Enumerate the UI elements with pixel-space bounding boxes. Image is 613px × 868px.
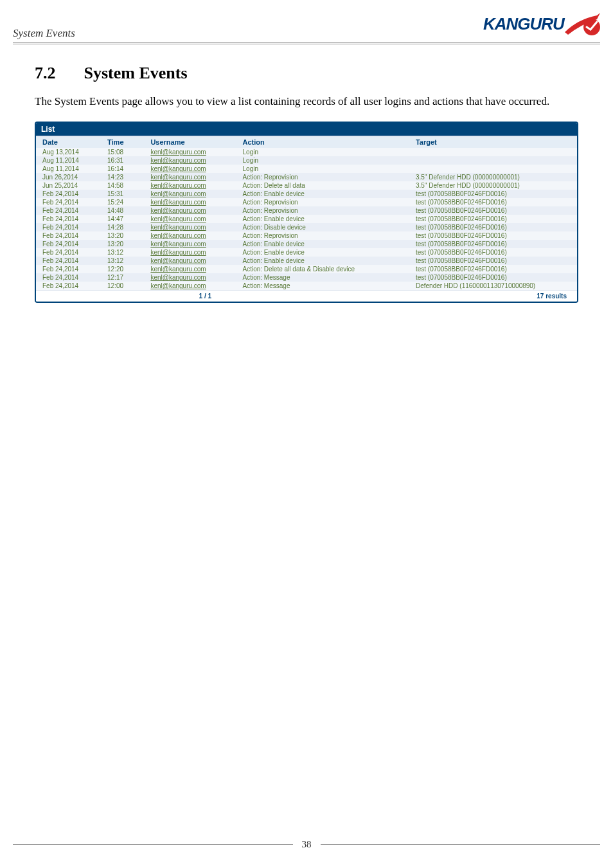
username-link[interactable]: kenl@kanguru.com — [150, 215, 206, 222]
cell-time: 14:48 — [101, 206, 144, 215]
cell-username: kenl@kanguru.com — [144, 148, 236, 156]
col-target[interactable]: Target — [409, 136, 577, 149]
cell-time: 12:20 — [101, 265, 144, 273]
page-number: 38 — [302, 839, 312, 850]
cell-time: 13:20 — [101, 240, 144, 248]
username-link[interactable]: kenl@kanguru.com — [150, 207, 206, 214]
cell-time: 12:17 — [101, 273, 144, 282]
cell-time: 13:12 — [101, 248, 144, 257]
cell-username: kenl@kanguru.com — [144, 282, 236, 290]
table-row: Aug 13,201415:08kenl@kanguru.comLogin — [36, 148, 577, 156]
table-row: Feb 24,201412:20kenl@kanguru.comAction: … — [36, 265, 577, 273]
table-row: Feb 24,201413:20kenl@kanguru.comAction: … — [36, 231, 577, 240]
username-link[interactable]: kenl@kanguru.com — [150, 266, 206, 273]
table-row: Feb 24,201414:48kenl@kanguru.comAction: … — [36, 206, 577, 215]
cell-date: Aug 11,2014 — [36, 156, 101, 165]
username-link[interactable]: kenl@kanguru.com — [150, 257, 206, 264]
cell-username: kenl@kanguru.com — [144, 215, 236, 223]
table-row: Feb 24,201414:28kenl@kanguru.comAction: … — [36, 223, 577, 231]
page-header: System Events KANGURU — [13, 13, 600, 44]
cell-action: Action: Enable device — [236, 215, 409, 223]
cell-action: Action: Enable device — [236, 190, 409, 198]
col-user[interactable]: Username — [144, 136, 236, 149]
cell-date: Feb 24,2014 — [36, 240, 101, 248]
cell-username: kenl@kanguru.com — [144, 240, 236, 248]
logo-text: KANGURU — [483, 14, 564, 34]
cell-action: Action: Disable device — [236, 223, 409, 231]
table-row: Feb 24,201413:12kenl@kanguru.comAction: … — [36, 248, 577, 257]
cell-target: test (070058BB0F0246FD0016) — [409, 240, 577, 248]
cell-target: test (070058BB0F0246FD0016) — [409, 273, 577, 282]
cell-date: Feb 24,2014 — [36, 273, 101, 282]
results-label: 17 results — [475, 293, 571, 300]
pager-label: 1 / 1 — [42, 293, 211, 300]
cell-date: Feb 24,2014 — [36, 206, 101, 215]
table-row: Feb 24,201413:12kenl@kanguru.comAction: … — [36, 257, 577, 265]
username-link[interactable]: kenl@kanguru.com — [150, 174, 206, 181]
cell-username: kenl@kanguru.com — [144, 273, 236, 282]
cell-target — [409, 156, 577, 165]
cell-action: Action: Enable device — [236, 248, 409, 257]
cell-time: 14:47 — [101, 215, 144, 223]
section-heading: 7.2 System Events — [35, 64, 600, 83]
username-link[interactable]: kenl@kanguru.com — [150, 157, 206, 164]
cell-username: kenl@kanguru.com — [144, 231, 236, 240]
table-header-row: Date Time Username Action Target — [36, 136, 577, 149]
table-row: Feb 24,201414:47kenl@kanguru.comAction: … — [36, 215, 577, 223]
cell-action: Action: Delete all data — [236, 181, 409, 190]
cell-time: 15:08 — [101, 148, 144, 156]
cell-date: Feb 24,2014 — [36, 223, 101, 231]
username-link[interactable]: kenl@kanguru.com — [150, 282, 206, 289]
cell-username: kenl@kanguru.com — [144, 248, 236, 257]
col-date[interactable]: Date — [36, 136, 101, 149]
cell-time: 16:14 — [101, 165, 144, 173]
cell-date: Feb 24,2014 — [36, 257, 101, 265]
col-action[interactable]: Action — [236, 136, 409, 149]
table-row: Feb 24,201415:31kenl@kanguru.comAction: … — [36, 190, 577, 198]
username-link[interactable]: kenl@kanguru.com — [150, 274, 206, 281]
username-link[interactable]: kenl@kanguru.com — [150, 190, 206, 197]
cell-username: kenl@kanguru.com — [144, 190, 236, 198]
header-title: System Events — [13, 27, 75, 40]
table-row: Feb 24,201412:00kenl@kanguru.comAction: … — [36, 282, 577, 290]
username-link[interactable]: kenl@kanguru.com — [150, 249, 206, 256]
events-table: Date Time Username Action Target Aug 13,… — [36, 136, 577, 290]
swoosh-icon — [565, 13, 600, 37]
cell-target: 3.5" Defender HDD (000000000001) — [409, 181, 577, 190]
table-row: Aug 11,201416:31kenl@kanguru.comLogin — [36, 156, 577, 165]
cell-time: 15:31 — [101, 190, 144, 198]
username-link[interactable]: kenl@kanguru.com — [150, 199, 206, 206]
username-link[interactable]: kenl@kanguru.com — [150, 224, 206, 231]
username-link[interactable]: kenl@kanguru.com — [150, 240, 206, 248]
cell-target: test (070058BB0F0246FD0016) — [409, 223, 577, 231]
cell-action: Action: Reprovision — [236, 231, 409, 240]
table-row: Jun 25,201414:58kenl@kanguru.comAction: … — [36, 181, 577, 190]
cell-action: Login — [236, 148, 409, 156]
cell-date: Feb 24,2014 — [36, 265, 101, 273]
cell-target: test (070058BB0F0246FD0016) — [409, 257, 577, 265]
cell-action: Action: Delete all data & Disable device — [236, 265, 409, 273]
list-footer: 1 / 1 17 results — [36, 290, 577, 302]
cell-time: 13:20 — [101, 231, 144, 240]
cell-date: Aug 13,2014 — [36, 148, 101, 156]
cell-date: Jun 25,2014 — [36, 181, 101, 190]
cell-target: test (070058BB0F0246FD0016) — [409, 248, 577, 257]
section-number: 7.2 — [35, 64, 80, 83]
cell-action: Action: Message — [236, 273, 409, 282]
cell-action: Login — [236, 156, 409, 165]
cell-target: test (070058BB0F0246FD0016) — [409, 215, 577, 223]
cell-date: Feb 24,2014 — [36, 282, 101, 290]
username-link[interactable]: kenl@kanguru.com — [150, 165, 206, 172]
cell-username: kenl@kanguru.com — [144, 181, 236, 190]
cell-action: Action: Enable device — [236, 257, 409, 265]
table-row: Feb 24,201415:24kenl@kanguru.comAction: … — [36, 198, 577, 206]
cell-time: 14:28 — [101, 223, 144, 231]
username-link[interactable]: kenl@kanguru.com — [150, 182, 206, 189]
cell-action: Action: Reprovision — [236, 173, 409, 181]
cell-action: Action: Enable device — [236, 240, 409, 248]
col-time[interactable]: Time — [101, 136, 144, 149]
username-link[interactable]: kenl@kanguru.com — [150, 232, 206, 239]
cell-username: kenl@kanguru.com — [144, 156, 236, 165]
table-row: Feb 24,201412:17kenl@kanguru.comAction: … — [36, 273, 577, 282]
username-link[interactable]: kenl@kanguru.com — [150, 149, 206, 156]
